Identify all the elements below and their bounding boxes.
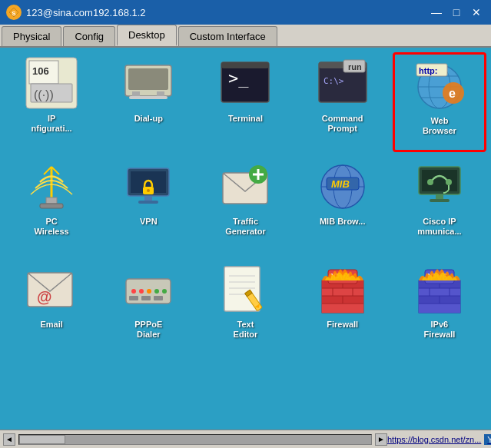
svg-rect-11: [129, 96, 168, 99]
title-bar-controls: — □ ✕: [428, 4, 485, 21]
svg-rect-33: [40, 204, 63, 208]
app-icon-title: S: [6, 5, 22, 20]
svg-rect-39: [138, 201, 158, 204]
svg-rect-8: [128, 68, 168, 90]
app-dialup[interactable]: Dial-up: [101, 52, 195, 152]
app-terminal[interactable]: >_ Terminal: [198, 52, 292, 152]
svg-point-60: [139, 289, 144, 294]
app-ip-configuration[interactable]: 106 ((·)) IPnfigurati...: [5, 52, 98, 152]
scroll-thumb: [19, 435, 65, 444]
command-prompt-icon: run C:\>: [315, 55, 370, 111]
ipv6-firewall-icon: IPv6: [412, 261, 467, 317]
svg-rect-38: [144, 196, 152, 201]
svg-text:http:: http:: [419, 66, 437, 75]
tab-config[interactable]: Config: [63, 26, 115, 46]
maximize-button[interactable]: □: [448, 4, 465, 21]
vpn-icon: [121, 158, 176, 214]
pc-wireless-icon: [24, 158, 79, 214]
app-cisco-ip[interactable]: Cisco IPmmunica...: [393, 155, 486, 255]
ip-configuration-label: IPnfigurati...: [32, 114, 72, 134]
text-editor-icon: [217, 261, 273, 317]
cisco-ip-icon: [412, 158, 467, 214]
mib-browser-icon: MIB: [315, 158, 370, 214]
app-vpn[interactable]: VPN: [101, 155, 195, 255]
traffic-generator-icon: [217, 158, 273, 214]
email-label: Email: [40, 320, 62, 330]
scroll-right-button[interactable]: ►: [375, 433, 387, 446]
svg-text:106: 106: [32, 65, 49, 77]
svg-rect-79: [322, 304, 363, 313]
svg-rect-65: [141, 296, 151, 300]
close-button[interactable]: ✕: [468, 4, 485, 21]
svg-text:e: e: [449, 87, 456, 100]
terminal-label: Terminal: [228, 114, 263, 124]
pppoe-label: PPPoEDialer: [134, 320, 162, 340]
firewall-label: Firewall: [327, 320, 358, 330]
title-bar: S 123@sina.com192.168.1.2 — □ ✕: [0, 0, 491, 25]
svg-rect-13: [221, 62, 269, 68]
svg-rect-64: [129, 296, 138, 300]
svg-rect-91: [419, 288, 460, 296]
svg-point-63: [162, 289, 167, 294]
svg-point-59: [131, 289, 136, 294]
svg-rect-32: [46, 197, 57, 204]
app-firewall[interactable]: IPv4 Firewall: [296, 258, 390, 358]
status-url: https://blog.csdn.net/zn...: [387, 435, 481, 444]
scroll-track[interactable]: [18, 434, 372, 445]
tab-custom-interface[interactable]: Custom Interface: [178, 26, 277, 46]
dialup-label: Dial-up: [134, 114, 163, 124]
vpn-label: VPN: [140, 217, 158, 227]
svg-point-62: [154, 289, 159, 294]
svg-text:((·)): ((·)): [34, 88, 54, 101]
pc-wireless-label: PCWireless: [35, 217, 69, 237]
app-pc-wireless[interactable]: PCWireless: [5, 155, 98, 255]
svg-rect-52: [430, 199, 450, 202]
app-ipv6-firewall[interactable]: IPv6 IPv6Firewall: [393, 258, 486, 358]
ip-configuration-icon: 106 ((·)): [24, 55, 79, 111]
app-email[interactable]: @ Email: [5, 258, 98, 358]
scroll-left-button[interactable]: ◄: [3, 433, 15, 446]
svg-point-61: [147, 289, 151, 294]
tab-desktop[interactable]: Desktop: [117, 25, 177, 46]
svg-text:run: run: [348, 62, 362, 71]
status-left: ◄ ►: [3, 433, 387, 446]
app-web-browser[interactable]: http: e WebBrowser: [393, 52, 486, 152]
svg-rect-66: [154, 296, 163, 300]
email-icon: @: [24, 261, 79, 317]
firewall-icon: IPv4: [315, 261, 370, 317]
ipv6-firewall-label: IPv6Firewall: [423, 320, 455, 340]
title-bar-left: S 123@sina.com192.168.1.2: [6, 5, 146, 20]
app-text-editor[interactable]: TextEditor: [198, 258, 292, 358]
tab-physical[interactable]: Physical: [2, 26, 61, 46]
pppoe-icon: [121, 261, 176, 317]
desktop-grid: 106 ((·)) IPnfigurati... Dial-up: [0, 48, 491, 430]
window-title: 123@sina.com192.168.1.2: [26, 7, 146, 18]
app-pppoe[interactable]: PPPoEDialer: [101, 258, 195, 358]
text-editor-label: TextEditor: [234, 320, 258, 340]
svg-rect-10: [157, 91, 164, 96]
cisco-ip-label: Cisco IPmmunica...: [417, 217, 461, 237]
command-prompt-label: CommandPrompt: [322, 114, 363, 134]
web-browser-icon-img: http: e: [412, 58, 467, 113]
svg-text:@: @: [37, 288, 52, 305]
svg-point-53: [427, 179, 433, 185]
app-traffic-generator[interactable]: TrafficGenerator: [198, 155, 292, 255]
svg-rect-50: [422, 170, 457, 191]
svg-text:>_: >_: [228, 68, 249, 88]
svg-text:MIB: MIB: [331, 178, 350, 190]
svg-point-37: [147, 189, 150, 192]
status-badge: Ye: [484, 434, 491, 445]
svg-rect-51: [436, 194, 443, 199]
svg-text:C:\>: C:\>: [323, 76, 344, 86]
tab-bar: Physical Config Desktop Custom Interface: [0, 25, 491, 48]
svg-rect-9: [132, 91, 140, 96]
web-browser-label: WebBrowser: [423, 116, 456, 136]
mib-browser-label: MIB Brow...: [320, 217, 365, 227]
app-mib-browser[interactable]: MIB MIB Brow...: [296, 155, 390, 255]
app-command-prompt[interactable]: run C:\> CommandPrompt: [296, 52, 390, 152]
status-url-area: https://blog.csdn.net/zn... Ye: [387, 434, 491, 445]
traffic-generator-label: TrafficGenerator: [225, 217, 266, 237]
svg-point-54: [446, 179, 452, 185]
minimize-button[interactable]: —: [428, 4, 445, 21]
status-bar: ◄ ► https://blog.csdn.net/zn... Ye: [0, 430, 491, 448]
